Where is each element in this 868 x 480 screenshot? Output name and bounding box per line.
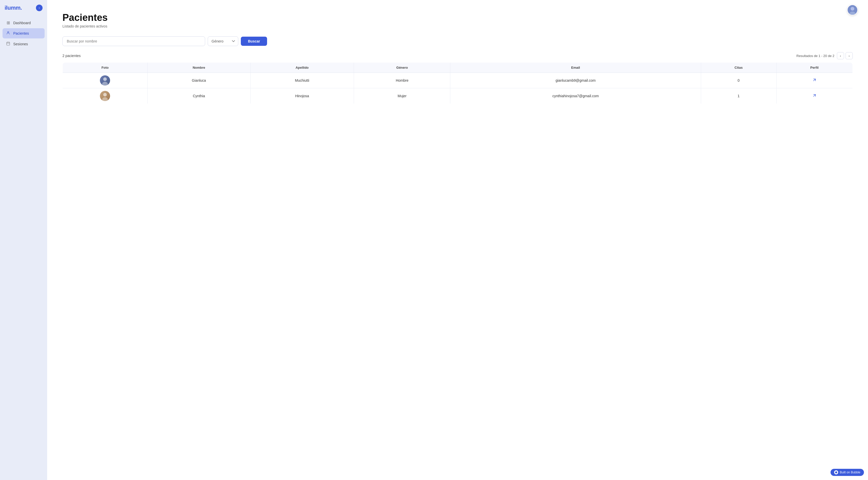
cell-citas-0: 0 [701,73,776,88]
col-header-foto: Foto [63,63,148,73]
built-on-bubble-label: Built on Bubble [840,471,860,474]
table-row: Gianluca Muchiutti Hombre gianlucamb9@gm… [63,73,853,88]
top-bar [847,5,858,15]
page-subtitle: Listado de pacientes activos [62,24,853,28]
sidebar-item-label-pacientes: Pacientes [13,31,29,35]
cell-citas-1: 1 [701,88,776,104]
profile-link-0[interactable] [812,78,817,83]
svg-point-13 [103,93,107,97]
col-header-citas: Citas [701,63,776,73]
cell-genero-0: Hombre [354,73,450,88]
sidebar-collapse-button[interactable]: ‹ [36,5,42,11]
cell-email-1: cynthiahinojosa7@gmail.com [450,88,701,104]
search-bar: Género Hombre Mujer Otro Buscar [62,36,853,46]
table-row: Cynthia Hinojosa Mujer cynthiahinojosa7@… [63,88,853,104]
cell-apellido-1: Hinojosa [250,88,354,104]
svg-point-9 [103,77,107,81]
pagination-prev-button[interactable]: ‹ [837,52,844,59]
col-header-genero: Género [354,63,450,73]
patients-table: Foto Nombre Apellido Género Email Citas … [62,62,853,104]
main-content: Pacientes Listado de pacientes activos G… [47,0,868,480]
cell-perfil-0[interactable] [776,73,852,88]
sidebar-nav: ⊞ Dashboard Pacientes Sesiones [0,16,47,50]
sesiones-icon [6,41,11,46]
cell-foto-1 [63,88,148,104]
cell-genero-1: Mujer [354,88,450,104]
sidebar-item-dashboard[interactable]: ⊞ Dashboard [3,18,44,28]
pagination: Resultados de 1 - 20 de 2 ‹ › [796,52,853,59]
sidebar: ilumm. ‹ ⊞ Dashboard Pacientes [0,0,47,480]
svg-rect-1 [7,42,10,45]
table-header-row: Foto Nombre Apellido Género Email Citas … [63,63,853,73]
patient-avatar-0 [100,75,110,85]
bubble-logo-inner [835,471,837,473]
results-count: 2 pacientes [62,54,81,58]
gender-select[interactable]: Género Hombre Mujer Otro [208,36,238,46]
svg-line-11 [813,79,815,81]
pagination-next-button[interactable]: › [845,52,853,59]
cell-apellido-0: Muchiutti [250,73,354,88]
patient-avatar-1 [100,91,110,101]
col-header-apellido: Apellido [250,63,354,73]
profile-link-1[interactable] [812,93,817,99]
sidebar-item-label-sesiones: Sesiones [13,42,28,46]
sidebar-item-pacientes[interactable]: Pacientes [3,28,44,38]
dashboard-icon: ⊞ [6,20,11,25]
pagination-text: Resultados de 1 - 20 de 2 [796,54,834,58]
col-header-nombre: Nombre [148,63,250,73]
svg-line-15 [813,95,815,97]
page-title: Pacientes [62,12,853,23]
bubble-logo-icon [834,470,838,474]
cell-nombre-1: Cynthia [148,88,250,104]
sidebar-logo-area: ilumm. ‹ [0,5,47,16]
cell-foto-0 [63,73,148,88]
sidebar-item-sesiones[interactable]: Sesiones [3,39,44,49]
sidebar-item-label-dashboard: Dashboard [13,21,31,25]
col-header-perfil: Perfil [776,63,852,73]
search-input[interactable] [62,36,205,46]
results-info: 2 pacientes Resultados de 1 - 20 de 2 ‹ … [62,52,853,59]
cell-perfil-1[interactable] [776,88,852,104]
col-header-email: Email [450,63,701,73]
cell-email-0: gianlucamb9@gmail.com [450,73,701,88]
built-on-bubble-badge: Built on Bubble [831,469,864,476]
svg-point-6 [851,7,854,10]
svg-point-0 [7,32,9,33]
user-avatar[interactable] [847,5,858,15]
pacientes-icon [6,31,11,36]
search-button[interactable]: Buscar [241,37,267,46]
app-logo: ilumm. [5,5,22,11]
cell-nombre-0: Gianluca [148,73,250,88]
